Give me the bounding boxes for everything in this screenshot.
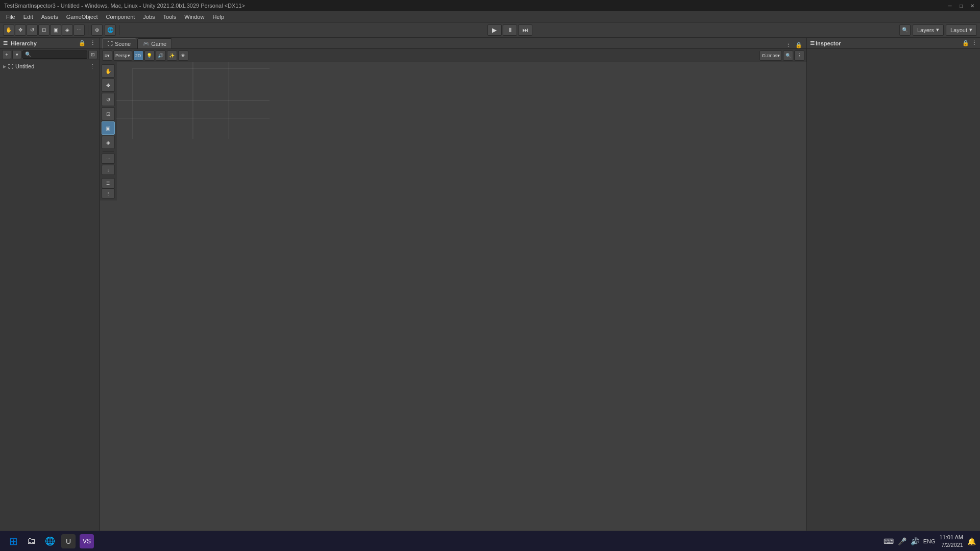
keyboard-icon[interactable]: ⌨ xyxy=(884,537,894,545)
toolbar-separator-1 xyxy=(88,25,88,35)
layers-dropdown[interactable]: Layers ▾ xyxy=(913,24,944,36)
hierarchy-filter-button[interactable]: ⊡ xyxy=(88,50,97,59)
custom-tool-button[interactable]: ⋯ xyxy=(74,24,85,36)
audio-button[interactable]: 🔊 xyxy=(156,51,166,61)
language-label[interactable]: ENG xyxy=(923,538,936,544)
rotate-tool-button[interactable]: ↺ xyxy=(27,24,38,36)
gizmo-bottom-button[interactable]: ☰ ⋮ xyxy=(102,178,115,198)
menu-item-edit[interactable]: Edit xyxy=(19,13,37,21)
tab-scene[interactable]: ⛶ Scene xyxy=(102,38,136,48)
scene-tab-lock-icon[interactable]: 🔒 xyxy=(793,42,804,48)
2d-mode-button[interactable]: 2D xyxy=(133,51,143,61)
notification-icon[interactable]: 🔔 xyxy=(967,537,976,545)
maximize-button[interactable]: □ xyxy=(958,2,965,9)
search-button[interactable]: 🔍 xyxy=(899,24,911,36)
hand-tool-button[interactable]: ✋ xyxy=(3,24,14,36)
effects-button[interactable]: ✨ xyxy=(167,51,177,61)
menu-item-jobs[interactable]: Jobs xyxy=(139,13,159,21)
tab-more-icon[interactable]: ⋮ xyxy=(783,42,793,48)
scale-tool-button[interactable]: ⊡ xyxy=(38,24,50,36)
start-button[interactable]: ⊞ xyxy=(4,532,22,550)
inspector-lock-icon[interactable]: 🔒 xyxy=(962,40,969,46)
scene-tab-icon: ⛶ xyxy=(108,41,113,46)
main-toolbar: ✋ ✥ ↺ ⊡ ▣ ◈ ⋯ ⊕ 🌐 ▶ ⏸ ⏭ 🔍 Layers ▾ Layou… xyxy=(0,22,980,38)
scene-viewport[interactable]: ✋ ✥ ↺ ⊡ ▣ ◈ ⋯ ⋮ ☰ ⋮ xyxy=(100,62,806,536)
close-button[interactable]: ✕ xyxy=(969,2,976,9)
hierarchy-item-more[interactable]: ⋮ xyxy=(88,62,96,70)
game-tab-label: Game xyxy=(151,41,166,47)
draw-mode-button[interactable]: ≡ ▾ xyxy=(102,51,112,61)
rect-gizmo-button[interactable]: ▣ xyxy=(102,121,115,135)
transform-gizmo-button[interactable]: ◈ xyxy=(102,136,115,149)
game-tab-icon: 🎮 xyxy=(143,41,149,46)
layout-dropdown[interactable]: Layout ▾ xyxy=(946,24,977,36)
scene-extra-tool[interactable]: ☰ xyxy=(102,178,115,188)
menu-item-file[interactable]: File xyxy=(2,13,19,21)
gizmo-extra-button-2[interactable]: ⋮ xyxy=(102,165,115,175)
taskbar-unity-icon[interactable]: U xyxy=(60,533,77,549)
tab-game[interactable]: 🎮 Game xyxy=(137,38,172,48)
hand-gizmo-button[interactable]: ✋ xyxy=(102,64,115,78)
app-title: TestSmartInspector3 - Untitled - Windows… xyxy=(4,3,245,9)
menu-item-component[interactable]: Component xyxy=(102,13,139,21)
move-gizmo-button[interactable]: ✥ xyxy=(102,79,115,92)
menu-item-help[interactable]: Help xyxy=(208,13,228,21)
hierarchy-content: ▶ ⛶ Untitled ⋮ xyxy=(0,60,100,536)
inspector-more-icon[interactable]: ⋮ xyxy=(971,40,977,46)
menu-item-assets[interactable]: Assets xyxy=(37,13,62,21)
minimize-button[interactable]: ─ xyxy=(946,2,953,9)
rotate-gizmo-button[interactable]: ↺ xyxy=(102,93,115,106)
scene-search-button[interactable]: 🔍 xyxy=(783,51,793,61)
hierarchy-search-box[interactable]: 🔍 xyxy=(22,51,87,59)
gizmo-extra-button[interactable]: ⋯ xyxy=(102,154,115,164)
scene-toolbar-right: Gizmos ▾ 🔍 ⋮ xyxy=(760,51,804,61)
mic-icon[interactable]: 🎤 xyxy=(898,537,906,545)
inspector-panel-icon: ☰ xyxy=(810,40,815,46)
taskbar-explorer-icon[interactable]: 🗂 xyxy=(23,533,40,549)
inspector-title: Inspector xyxy=(816,40,962,46)
scale-gizmo-button[interactable]: ⊡ xyxy=(102,107,115,120)
clock-area[interactable]: 11:01 AM 7/2/2021 xyxy=(940,534,963,548)
taskbar: ⊞ 🗂 🌐 U VS ⌨ 🎤 🔊 ENG 11:01 AM 7/2/2021 🔔 xyxy=(0,531,980,551)
step-button[interactable]: ⏭ xyxy=(518,24,532,36)
scene-area: ⛶ Scene 🎮 Game ⋮ 🔒 ≡ ▾ Persp ▾ xyxy=(100,38,806,536)
inspector-panel: ☰ Inspector 🔒 ⋮ xyxy=(806,38,980,536)
title-bar-left: TestSmartInspector3 - Untitled - Windows… xyxy=(4,3,245,9)
menu-bar: FileEditAssetsGameObjectComponentJobsToo… xyxy=(0,11,980,22)
volume-icon[interactable]: 🔊 xyxy=(911,537,919,545)
play-button[interactable]: ▶ xyxy=(487,24,502,36)
scene-more-button[interactable]: ⋮ xyxy=(794,51,804,61)
taskbar-vs-icon[interactable]: VS xyxy=(79,533,95,549)
menu-item-gameobject[interactable]: GameObject xyxy=(62,13,102,21)
menu-item-tools[interactable]: Tools xyxy=(159,13,181,21)
gizmo-separator xyxy=(103,151,114,152)
pivot-button[interactable]: ⊕ xyxy=(91,24,103,36)
play-controls: ▶ ⏸ ⏭ xyxy=(122,24,897,36)
hierarchy-item-label: Untitled xyxy=(15,63,34,69)
scene-gizmos-panel: ✋ ✥ ↺ ⊡ ▣ ◈ ⋯ ⋮ ☰ ⋮ xyxy=(100,62,116,201)
scene-visibility-button[interactable]: 👁 xyxy=(178,51,188,61)
hierarchy-search-icon: 🔍 xyxy=(25,52,31,57)
svg-rect-10 xyxy=(133,68,270,139)
chevron-down-icon: ▾ xyxy=(936,27,939,33)
perspective-button[interactable]: Persp ▾ xyxy=(113,51,132,61)
move-tool-button[interactable]: ✥ xyxy=(15,24,26,36)
hierarchy-dropdown-button[interactable]: ▾ xyxy=(12,50,21,59)
menu-item-window[interactable]: Window xyxy=(180,13,208,21)
pause-button[interactable]: ⏸ xyxy=(503,24,517,36)
scene-grid xyxy=(116,62,270,139)
draw-mode-dropdown-icon: ▾ xyxy=(107,53,110,58)
transform-tool-button[interactable]: ◈ xyxy=(62,24,73,36)
rect-tool-button[interactable]: ▣ xyxy=(50,24,61,36)
taskbar-browser-icon[interactable]: 🌐 xyxy=(42,533,58,549)
hierarchy-lock-icon[interactable]: 🔒 xyxy=(78,39,86,47)
list-item[interactable]: ▶ ⛶ Untitled ⋮ xyxy=(1,61,99,71)
scene-tab-label: Scene xyxy=(115,41,131,47)
global-button[interactable]: 🌐 xyxy=(105,24,116,36)
inspector-header: ☰ Inspector 🔒 ⋮ xyxy=(807,38,980,49)
lighting-button[interactable]: 💡 xyxy=(144,51,155,61)
hierarchy-add-button[interactable]: + xyxy=(2,50,11,59)
hierarchy-more-icon[interactable]: ⋮ xyxy=(88,39,96,47)
scene-extra-tool-2[interactable]: ⋮ xyxy=(102,188,115,198)
gizmos-button[interactable]: Gizmos ▾ xyxy=(760,51,782,61)
